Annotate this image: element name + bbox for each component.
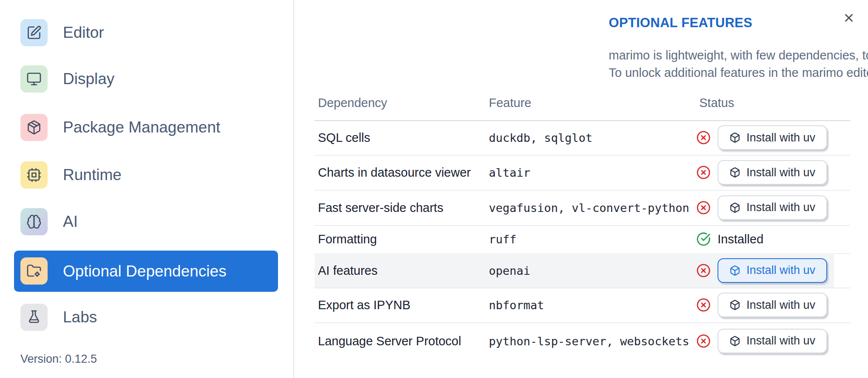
flask-icon xyxy=(20,304,48,331)
install-button-label: Install with uv xyxy=(746,201,815,214)
sidebar-item-label: Runtime xyxy=(63,166,122,184)
circle-x-icon xyxy=(696,165,711,180)
install-button-label: Install with uv xyxy=(746,166,815,179)
cpu-icon xyxy=(20,161,48,189)
install-with-uv-button[interactable]: Install with uv xyxy=(718,329,827,353)
table-row: Charts in datasource vieweraltairInstall… xyxy=(315,155,850,191)
feature-cell: vegafusion, vl-convert-python xyxy=(489,201,689,214)
dependency-cell: Export as IPYNB xyxy=(318,298,411,312)
sidebar-item-label: Display xyxy=(63,70,114,88)
install-with-uv-button[interactable]: Install with uv xyxy=(718,195,827,220)
install-with-uv-button[interactable]: Install with uv xyxy=(718,258,827,283)
sidebar: EditorDisplayPackage ManagementRuntimeAI… xyxy=(0,0,293,378)
column-header-feature: Feature xyxy=(489,96,531,110)
folder-cog-icon xyxy=(20,257,48,285)
sidebar-item-label: AI xyxy=(63,213,78,231)
dependency-cell: SQL cells xyxy=(318,131,370,145)
install-button-label: Install with uv xyxy=(746,299,815,312)
circle-x-icon xyxy=(696,298,711,312)
status-cell: Install with uv xyxy=(696,195,827,220)
box-icon xyxy=(729,265,740,276)
status-cell: Install with uv xyxy=(696,160,827,185)
circle-x-icon xyxy=(696,130,711,145)
status-cell: Install with uv xyxy=(696,125,827,150)
feature-cell: openai xyxy=(489,264,530,277)
status-cell: Install with uv xyxy=(696,329,827,353)
sidebar-item-package-management[interactable]: Package Management xyxy=(17,114,278,141)
box-icon xyxy=(729,336,740,347)
sidebar-item-label: Editor xyxy=(63,24,104,42)
column-header-dependency: Dependency xyxy=(318,96,387,110)
sidebar-item-ai[interactable]: AI xyxy=(17,208,278,235)
feature-cell: ruff xyxy=(489,233,516,246)
box-icon xyxy=(729,167,740,178)
feature-cell: altair xyxy=(489,166,530,179)
install-button-label: Install with uv xyxy=(746,264,815,277)
dependency-cell: AI features xyxy=(318,263,377,277)
circle-x-icon xyxy=(696,263,711,278)
table-row: Language Server Protocolpython-lsp-serve… xyxy=(315,322,850,359)
package-icon xyxy=(20,114,48,141)
installed-label: Installed xyxy=(718,232,763,246)
install-with-uv-button[interactable]: Install with uv xyxy=(718,125,827,150)
table-row: Fast server-side chartsvegafusion, vl-co… xyxy=(315,190,850,226)
optional-features-table: DependencyFeatureStatusSQL cellsduckdb, … xyxy=(315,0,850,378)
box-icon xyxy=(729,202,740,213)
circle-x-icon xyxy=(696,200,711,215)
sidebar-item-optional-dependencies[interactable]: Optional Dependencies xyxy=(14,251,278,292)
sidebar-item-label: Labs xyxy=(63,308,97,326)
settings-dialog: EditorDisplayPackage ManagementRuntimeAI… xyxy=(0,0,868,378)
box-icon xyxy=(729,299,740,310)
install-with-uv-button[interactable]: Install with uv xyxy=(718,160,827,185)
close-button[interactable] xyxy=(840,8,858,27)
brain-icon xyxy=(20,208,48,235)
dependency-cell: Formatting xyxy=(318,232,377,246)
sidebar-item-runtime[interactable]: Runtime xyxy=(17,161,278,189)
column-header-status: Status xyxy=(699,96,734,110)
sidebar-item-display[interactable]: Display xyxy=(17,65,278,93)
dependency-cell: Language Server Protocol xyxy=(318,334,461,348)
circle-check-icon xyxy=(696,232,711,246)
monitor-icon xyxy=(20,65,48,93)
close-icon xyxy=(842,11,855,24)
table-row: FormattingruffInstalled xyxy=(315,225,850,254)
table-row: Export as IPYNBnbformatInstall with uv xyxy=(315,288,850,323)
sidebar-item-label: Package Management xyxy=(63,118,220,136)
dependency-cell: Fast server-side charts xyxy=(318,200,443,214)
install-button-label: Install with uv xyxy=(746,131,815,144)
feature-cell: nbformat xyxy=(489,299,544,312)
version-label: Version: 0.12.5 xyxy=(20,353,97,366)
install-button-label: Install with uv xyxy=(746,334,815,347)
sidebar-item-label: Optional Dependencies xyxy=(63,262,227,280)
feature-cell: duckdb, sqlglot xyxy=(489,131,593,144)
table-row: AI featuresopenaiInstall with uv xyxy=(315,253,850,288)
status-cell: Installed xyxy=(696,232,763,246)
edit-icon xyxy=(20,19,48,46)
sidebar-item-editor[interactable]: Editor xyxy=(17,19,278,46)
status-cell: Install with uv xyxy=(696,293,827,317)
feature-cell: python-lsp-server, websockets xyxy=(489,334,689,347)
table-row: SQL cellsduckdb, sqlglotInstall with uv xyxy=(315,120,850,156)
status-cell: Install with uv xyxy=(696,258,827,283)
install-with-uv-button[interactable]: Install with uv xyxy=(718,293,827,317)
sidebar-item-labs[interactable]: Labs xyxy=(17,304,278,331)
circle-x-icon xyxy=(696,334,711,348)
box-icon xyxy=(729,132,740,143)
dependency-cell: Charts in datasource viewer xyxy=(318,166,471,180)
